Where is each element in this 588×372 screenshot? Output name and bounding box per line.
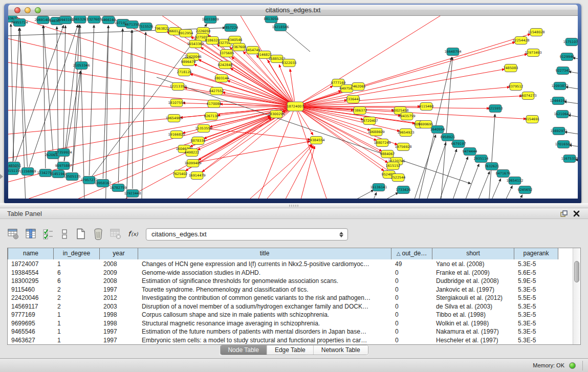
graph-node[interactable]: 19756928 — [395, 143, 411, 151]
table-row[interactable]: 946362711997Embryonic stem cells: a mode… — [8, 336, 558, 345]
graph-node[interactable]: 9340546 — [228, 36, 243, 44]
citation-edge[interactable] — [15, 25, 63, 161]
graph-node[interactable]: 8242848 — [218, 61, 233, 69]
table-cell[interactable]: 1 — [54, 336, 100, 345]
select-all-icon[interactable] — [41, 227, 55, 241]
citation-edge-red[interactable] — [290, 69, 295, 101]
horizontal-splitter[interactable] — [0, 203, 588, 208]
graph-node[interactable]: 16782759 — [110, 184, 126, 192]
graph-node[interactable]: 9884067 — [380, 150, 395, 158]
table-cell[interactable]: 5.3E-5 — [514, 311, 558, 319]
graph-node[interactable]: 17016504 — [555, 141, 572, 148]
citation-edge[interactable] — [447, 157, 468, 199]
column-header-pagerank[interactable]: pagerank — [514, 248, 558, 259]
table-cell[interactable]: 1 — [54, 319, 100, 328]
graph-node[interactable]: 4671358 — [125, 21, 140, 29]
table-cell[interactable]: Structural magnetic resonance image aver… — [138, 319, 391, 328]
network-view-canvas[interactable]: 9463627249557242069140694655462094319110… — [8, 16, 578, 199]
graph-node[interactable]: 8471676 — [496, 170, 511, 178]
table-cell[interactable]: 0 — [391, 311, 432, 319]
graph-node[interactable]: 11675338 — [561, 155, 578, 163]
table-cell[interactable]: 49 — [391, 260, 432, 269]
scrollbar-thumb[interactable] — [574, 261, 579, 282]
graph-node[interactable]: 12093872 — [551, 82, 568, 90]
table-row[interactable]: 977716911998Corpus callosum shape and si… — [8, 311, 558, 319]
table-row[interactable]: 969969511998Structural magnetic resonanc… — [8, 319, 558, 328]
graph-node[interactable]: 6466160 — [101, 16, 116, 24]
table-cell[interactable]: 0 — [391, 277, 432, 286]
graph-node[interactable]: 8958921 — [441, 134, 455, 141]
table-cell[interactable]: Corpus callosum shape and size in male p… — [138, 311, 391, 319]
graph-node[interactable]: 9474444 — [463, 148, 477, 156]
table-cell[interactable]: 9777169 — [8, 311, 54, 319]
citation-edge[interactable] — [132, 30, 133, 189]
graph-node[interactable]: 12444194 — [550, 97, 567, 105]
table-cell[interactable]: 5.3E-5 — [514, 327, 558, 336]
citation-edge-red[interactable] — [300, 34, 531, 105]
graph-node[interactable]: 16210643 — [554, 111, 571, 118]
table-row[interactable]: 946554611997Estimation of the future num… — [8, 327, 558, 336]
table-cell[interactable]: 22420046 — [8, 294, 54, 302]
table-cell[interactable]: 9699695 — [8, 319, 54, 328]
graph-node[interactable]: 12923448 — [124, 190, 141, 198]
table-cell[interactable]: 5.3E-5 — [514, 336, 558, 345]
graph-node[interactable]: 90975887 — [55, 162, 72, 170]
vertical-scrollbar[interactable] — [573, 248, 580, 344]
table-cell[interactable]: 5.3E-5 — [514, 319, 558, 328]
table-cell[interactable]: 19384554 — [8, 269, 54, 277]
function-builder-icon[interactable]: f (x) — [126, 227, 140, 241]
citation-edge-red[interactable] — [300, 96, 522, 106]
column-header-in_degree[interactable]: in_degree — [54, 248, 100, 259]
graph-node[interactable]: 2803144 — [214, 75, 229, 82]
graph-node[interactable]: 1327607 — [87, 16, 102, 24]
graph-node[interactable]: 1615152 — [386, 162, 401, 170]
graph-node[interactable]: 9115460 — [419, 103, 434, 111]
citation-edge[interactable] — [126, 30, 132, 199]
table-cell[interactable]: 1997 — [100, 327, 138, 336]
graph-node[interactable]: 16543362 — [187, 40, 204, 48]
graph-node[interactable]: 13505135 — [63, 173, 80, 181]
graph-node[interactable]: 8878334 — [191, 137, 206, 145]
graph-node[interactable]: 7515526 — [139, 23, 154, 31]
citation-edge[interactable] — [459, 164, 479, 199]
table-cell[interactable]: 1 — [54, 260, 100, 269]
table-cell[interactable]: 5.9E-5 — [514, 277, 558, 286]
citation-edge[interactable] — [29, 25, 78, 167]
graph-node[interactable]: 6679197 — [451, 140, 466, 148]
graph-node[interactable]: 9245652 — [518, 186, 533, 194]
table-cell[interactable]: 0 — [391, 327, 432, 336]
graph-node[interactable]: 24955724 — [11, 19, 28, 27]
graph-node[interactable]: 3375685 — [220, 50, 234, 57]
table-cell[interactable]: Stergiakouli et al. (2012) — [432, 294, 514, 302]
graph-node[interactable]: 16099489 — [184, 160, 201, 167]
tab-network-table[interactable]: Network Table — [314, 345, 368, 355]
graph-node[interactable]: 2718126 — [177, 69, 192, 76]
table-cell[interactable]: 1998 — [100, 319, 138, 328]
table-cell[interactable]: 9115460 — [8, 286, 54, 294]
citation-edge-red[interactable] — [300, 42, 515, 105]
citation-edge[interactable] — [80, 25, 85, 199]
delete-column-icon[interactable] — [91, 227, 105, 241]
citation-edge[interactable] — [105, 26, 108, 199]
graph-node[interactable]: 18300295 — [268, 111, 285, 118]
unselect-all-icon[interactable] — [57, 227, 72, 241]
table-cell[interactable]: 2009 — [100, 269, 138, 277]
graph-node[interactable]: 18807249 — [374, 139, 390, 147]
graph-node[interactable]: 9129946 — [560, 53, 575, 61]
graph-node[interactable]: 19654985 — [165, 115, 182, 122]
table-cell[interactable]: Disruption of a novel member of a sodium… — [138, 302, 391, 311]
graph-node[interactable]: 10653267 — [71, 16, 88, 24]
graph-node[interactable]: 18720407 — [361, 117, 378, 125]
graph-node[interactable]: 19166825 — [168, 131, 185, 139]
graph-node[interactable]: 1640954 — [430, 126, 445, 134]
show-column-icon[interactable] — [24, 227, 38, 241]
table-cell[interactable]: 0 — [391, 269, 432, 277]
table-cell[interactable]: Yano et al. (2008) — [432, 260, 514, 269]
graph-node[interactable]: 2336441 — [346, 96, 361, 103]
citation-edge[interactable] — [89, 25, 94, 176]
graph-node[interactable]: 21053346 — [73, 62, 90, 70]
graph-node[interactable]: 1733426 — [396, 186, 411, 194]
graph-node[interactable]: 12213353 — [169, 83, 186, 91]
table-cell[interactable]: 2 — [54, 286, 100, 294]
graph-node[interactable]: 10958167 — [94, 180, 111, 187]
